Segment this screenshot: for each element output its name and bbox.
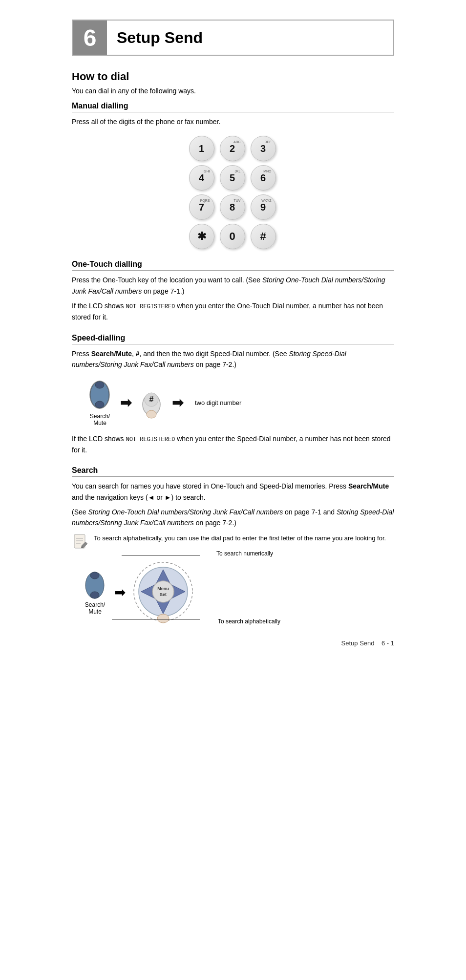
dial-key-5-main: 5 bbox=[230, 172, 235, 184]
dial-key-9-sub: WXYZ bbox=[261, 199, 271, 202]
svg-point-4 bbox=[95, 382, 104, 388]
annot-line-bottom bbox=[112, 619, 200, 620]
page-content: 6 Setup Send How to dial You can dial in… bbox=[62, 0, 404, 676]
subsection-search: Search You can search for names you have… bbox=[72, 466, 394, 625]
note-icon bbox=[72, 533, 89, 554]
search-text-2: (See Storing One-Touch Dial numbers/Stor… bbox=[72, 507, 394, 529]
dialpad-container: 1 ABC 2 DEF 3 GHI 4 JKL 5 bbox=[72, 136, 394, 249]
search-arrow: ➡ bbox=[114, 584, 126, 600]
dial-key-7: PQRS 7 bbox=[189, 194, 214, 220]
dialpad: 1 ABC 2 DEF 3 GHI 4 JKL 5 bbox=[189, 136, 277, 249]
dial-key-9-main: 9 bbox=[260, 202, 266, 213]
dial-key-4-main: 4 bbox=[199, 172, 204, 184]
dial-key-6: MNO 6 bbox=[251, 165, 276, 191]
nav-cross-container: Menu Set To search numerically To search… bbox=[131, 560, 195, 625]
chapter-title: Setup Send bbox=[107, 29, 203, 47]
dial-key-star: ✱ bbox=[189, 224, 214, 249]
dial-key-7-sub: PQRS bbox=[200, 199, 210, 202]
search-mute-label-2: Search/Mute bbox=[85, 601, 105, 615]
subsection-speed-dialling: Speed-dialling Press Search/Mute, #, and… bbox=[72, 334, 394, 455]
svg-point-24 bbox=[157, 614, 169, 623]
dial-key-1-main: 1 bbox=[199, 143, 204, 154]
svg-point-18 bbox=[90, 592, 99, 598]
manual-dialling-title: Manual dialling bbox=[72, 102, 394, 112]
subsection-one-touch: One-Touch dialling Press the One-Touch k… bbox=[72, 260, 394, 322]
dial-key-6-sub: MNO bbox=[263, 170, 271, 173]
dial-key-2-main: 2 bbox=[230, 143, 235, 154]
one-touch-title: One-Touch dialling bbox=[72, 260, 394, 271]
dial-key-hash: # bbox=[251, 224, 276, 249]
search-diagram: Search/Mute ➡ bbox=[82, 560, 394, 625]
note-text: To search alphabetically, you can use th… bbox=[94, 533, 386, 543]
nav-cross-icon: Menu Set bbox=[131, 560, 195, 623]
svg-point-9 bbox=[147, 410, 156, 418]
two-digit-label: two digit number bbox=[195, 399, 241, 406]
dial-key-hash-main: # bbox=[260, 230, 266, 243]
page-footer: Setup Send 6 - 1 bbox=[72, 639, 394, 647]
dial-key-5-sub: JKL bbox=[234, 170, 240, 173]
dial-key-5: JKL 5 bbox=[220, 165, 245, 191]
dial-key-8: TUV 8 bbox=[220, 194, 245, 220]
dial-key-4: GHI 4 bbox=[189, 165, 214, 191]
svg-text:Menu: Menu bbox=[157, 586, 169, 591]
dial-key-7-main: 7 bbox=[199, 202, 204, 213]
chapter-header: 6 Setup Send bbox=[72, 20, 394, 56]
dial-key-9: WXYZ 9 bbox=[251, 194, 276, 220]
svg-text:#: # bbox=[149, 395, 154, 404]
speed-dial-diagram: Search/Mute ➡ # ➡ two digit number bbox=[86, 379, 394, 426]
annot-line-top bbox=[122, 555, 200, 556]
svg-point-5 bbox=[95, 401, 104, 408]
dial-key-4-sub: GHI bbox=[204, 170, 210, 173]
manual-dialling-text: Press all of the digits of the phone or … bbox=[72, 116, 394, 127]
svg-point-21 bbox=[152, 581, 174, 602]
annot-search-numerically: To search numerically bbox=[216, 550, 273, 557]
search-mute-label: Search/Mute bbox=[90, 413, 110, 426]
hash-key-item: # bbox=[138, 387, 165, 419]
one-touch-code: NOT REGISTERED bbox=[126, 303, 175, 310]
arrow-1: ➡ bbox=[120, 395, 131, 411]
speed-dialling-title: Speed-dialling bbox=[72, 334, 394, 344]
search-handset-icon bbox=[82, 570, 108, 601]
svg-point-17 bbox=[90, 572, 99, 579]
dial-key-star-main: ✱ bbox=[197, 230, 206, 243]
footer-text: Setup Send bbox=[341, 639, 375, 647]
one-touch-text-2: If the LCD shows NOT REGISTERED when you… bbox=[72, 300, 394, 323]
chapter-number: 6 bbox=[73, 21, 107, 55]
dial-key-3-main: 3 bbox=[260, 143, 266, 154]
note-pencil-icon bbox=[72, 533, 89, 551]
search-title: Search bbox=[72, 466, 394, 477]
one-touch-text-1: Press the One-Touch key of the location … bbox=[72, 275, 394, 297]
svg-text:Set: Set bbox=[160, 592, 167, 597]
footer-page: 6 - 1 bbox=[381, 639, 394, 647]
dial-key-0: 0 bbox=[220, 224, 245, 249]
dial-key-8-sub: TUV bbox=[234, 199, 241, 202]
dial-key-1: 1 bbox=[189, 136, 214, 161]
search-mute-icon-item: Search/Mute bbox=[86, 379, 113, 426]
dial-key-8-main: 8 bbox=[230, 202, 235, 213]
annot-search-alphabetically: To search alphabetically bbox=[218, 618, 280, 625]
dial-key-0-main: 0 bbox=[229, 230, 235, 243]
arrow-2: ➡ bbox=[172, 395, 183, 411]
speed-dialling-text: Press Search/Mute, #, and then the two d… bbox=[72, 348, 394, 370]
speed-not-registered: NOT REGISTERED bbox=[126, 436, 175, 443]
section-intro: You can dial in any of the following way… bbox=[72, 87, 394, 95]
hash-key-icon: # bbox=[138, 387, 165, 419]
speed-dialling-post-text: If the LCD shows NOT REGISTERED when you… bbox=[72, 433, 394, 456]
search-handset-item: Search/Mute bbox=[82, 570, 108, 615]
dial-key-3: DEF 3 bbox=[251, 136, 276, 161]
search-text-1: You can search for names you have stored… bbox=[72, 481, 394, 503]
main-section-title: How to dial bbox=[72, 70, 394, 83]
dial-key-2-sub: ABC bbox=[233, 140, 240, 144]
dial-key-6-main: 6 bbox=[260, 172, 266, 184]
dial-key-2: ABC 2 bbox=[220, 136, 245, 161]
subsection-manual-dialling: Manual dialling Press all of the digits … bbox=[72, 102, 394, 249]
handset-icon bbox=[86, 379, 113, 411]
dial-key-3-sub: DEF bbox=[265, 140, 272, 144]
